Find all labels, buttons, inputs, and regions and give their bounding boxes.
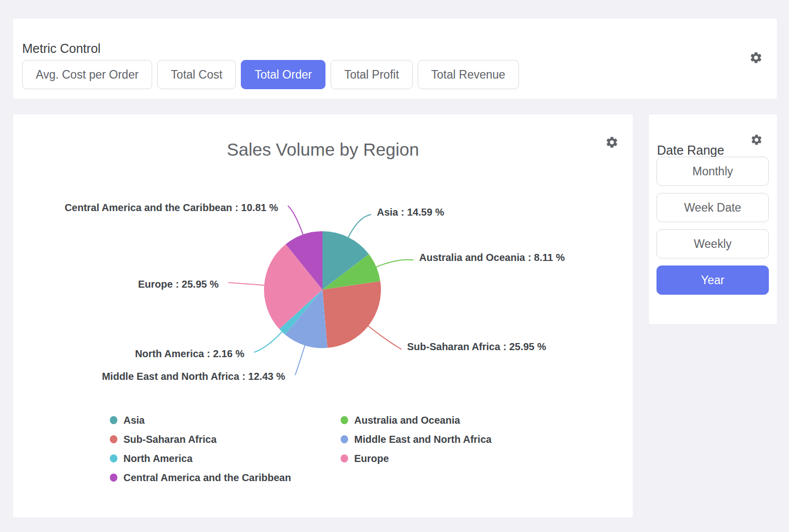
legend-item-north-america[interactable]: North America (110, 449, 291, 468)
pie-chart-svg (13, 114, 633, 517)
date-range-button-weekly[interactable]: Weekly (656, 229, 769, 258)
pie-label-central-america-and-the-caribbean: Central America and the Caribbean : 10.8… (64, 202, 278, 214)
metric-button-total-order[interactable]: Total Order (241, 60, 325, 89)
leader-line-australia-and-oceania (376, 259, 413, 267)
settings-gear-icon[interactable] (750, 134, 763, 146)
legend-label: Europe (354, 453, 389, 464)
date-range-title: Date Range (657, 143, 724, 158)
metric-control-title: Metric Control (22, 41, 101, 56)
date-range-button-monthly[interactable]: Monthly (656, 157, 769, 186)
legend-item-sub-saharan-africa[interactable]: Sub-Saharan Africa (110, 430, 291, 449)
legend-label: Australia and Oceania (354, 415, 460, 426)
pie-label-sub-saharan-africa: Sub-Saharan Africa : 25.95 % (407, 341, 546, 353)
pie-slice-sub-saharan-africa[interactable] (322, 281, 381, 348)
legend-dot-icon (341, 435, 348, 443)
metric-button-avg-cost-per-order[interactable]: Avg. Cost per Order (22, 60, 152, 89)
chart-legend-column-1: AsiaSub-Saharan AfricaNorth AmericaCentr… (110, 411, 291, 487)
legend-label: Middle East and North Africa (354, 434, 492, 445)
date-range-button-year[interactable]: Year (656, 265, 769, 295)
leader-line-sub-saharan-africa (368, 326, 401, 350)
pie-label-australia-and-oceania: Australia and Oceania : 8.11 % (419, 252, 565, 263)
legend-dot-icon (341, 416, 348, 424)
legend-dot-icon (110, 454, 117, 462)
leader-line-europe (229, 283, 265, 285)
legend-item-middle-east-and-north-africa[interactable]: Middle East and North Africa (341, 430, 492, 449)
metric-control-panel: Metric Control Avg. Cost per OrderTotal … (13, 19, 777, 99)
legend-label: Sub-Saharan Africa (123, 434, 217, 445)
legend-label: Central America and the Caribbean (123, 472, 291, 484)
date-range-button-week-date[interactable]: Week Date (656, 193, 769, 222)
chart-legend-column-2: Australia and OceaniaMiddle East and Nor… (341, 411, 492, 468)
leader-line-asia (348, 215, 371, 238)
metric-button-group: Avg. Cost per OrderTotal CostTotal Order… (22, 60, 519, 89)
sales-volume-chart-panel: Sales Volume by Region Asia : 14.59 %Aus… (13, 114, 633, 517)
legend-dot-icon (341, 454, 348, 462)
legend-label: North America (123, 453, 192, 464)
pie-chart: Asia : 14.59 %Australia and Oceania : 8.… (13, 114, 633, 517)
leader-line-north-america (254, 331, 282, 352)
settings-gear-icon[interactable] (749, 51, 763, 64)
legend-item-australia-and-oceania[interactable]: Australia and Oceania (341, 411, 492, 430)
legend-item-europe[interactable]: Europe (341, 449, 492, 468)
pie-label-europe: Europe : 25.95 % (138, 279, 219, 290)
legend-dot-icon (110, 474, 117, 482)
pie-label-middle-east-and-north-africa: Middle East and North Africa : 12.43 % (102, 371, 285, 382)
legend-item-asia[interactable]: Asia (110, 411, 291, 430)
leader-line-middle-east-and-north-africa (295, 345, 305, 375)
metric-button-total-profit[interactable]: Total Profit (331, 60, 413, 89)
legend-dot-icon (110, 416, 117, 424)
date-range-panel: Date Range MonthlyWeek DateWeeklyYear (649, 114, 777, 324)
date-range-button-group: MonthlyWeek DateWeeklyYear (656, 157, 769, 295)
legend-label: Asia (123, 415, 145, 426)
pie-label-north-america: North America : 2.16 % (135, 348, 244, 360)
legend-item-central-america-and-the-caribbean[interactable]: Central America and the Caribbean (110, 468, 291, 487)
legend-dot-icon (110, 435, 117, 443)
metric-button-total-cost[interactable]: Total Cost (157, 60, 236, 89)
metric-button-total-revenue[interactable]: Total Revenue (418, 60, 519, 89)
pie-label-asia: Asia : 14.59 % (377, 207, 444, 218)
leader-line-central-america-and-the-caribbean (288, 206, 303, 235)
